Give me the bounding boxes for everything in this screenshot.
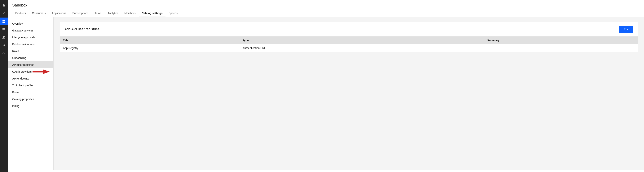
svg-rect-6: [2, 30, 5, 30]
nav-tab-spaces[interactable]: Spaces: [166, 10, 180, 17]
search-icon[interactable]: [0, 50, 8, 57]
top-header: Sandbox ProductsConsumersApplicationsSub…: [8, 0, 644, 17]
svg-rect-1: [4, 20, 5, 21]
left-nav-item-gateway-services[interactable]: Gateway services: [8, 27, 54, 34]
page-title: Sandbox: [12, 3, 640, 7]
nav-tab-catalog-settings[interactable]: Catalog settings: [139, 10, 166, 17]
dashboard-icon[interactable]: [0, 17, 8, 25]
home-icon[interactable]: [0, 1, 8, 9]
left-nav-item-overview[interactable]: Overview: [8, 20, 54, 27]
card-title: Add API user registries: [64, 27, 100, 31]
svg-line-10: [4, 54, 5, 55]
svg-point-9: [3, 52, 4, 54]
table-cell-type: Authentication URL: [240, 44, 484, 52]
card-header: Add API user registries Edit: [60, 22, 638, 37]
left-nav-item-api-endpoints[interactable]: API endpoints: [8, 75, 54, 82]
left-nav-item-lifecycle-approvals[interactable]: Lifecycle approvals: [8, 34, 54, 41]
nav-tab-subscriptions[interactable]: Subscriptions: [69, 10, 92, 17]
gear-icon[interactable]: [0, 42, 8, 49]
left-nav-item-publish-validations[interactable]: Publish validations: [8, 41, 54, 48]
table-col-title: Title: [60, 37, 240, 44]
edit-icon[interactable]: [0, 9, 8, 17]
table-cell-summary: [484, 44, 638, 52]
left-nav-item-oauth-providers[interactable]: OAuth providers: [8, 68, 54, 75]
svg-marker-11: [32, 69, 50, 74]
content-area: OverviewGateway servicesLifecycle approv…: [8, 17, 644, 170]
svg-rect-0: [2, 20, 4, 21]
edit-button[interactable]: Edit: [619, 26, 633, 33]
svg-rect-2: [2, 21, 4, 23]
nav-tabs: ProductsConsumersApplicationsSubscriptio…: [12, 10, 640, 17]
left-nav-item-onboarding[interactable]: Onboarding: [8, 55, 54, 61]
svg-rect-3: [4, 21, 5, 23]
main-wrapper: Sandbox ProductsConsumersApplicationsSub…: [8, 0, 644, 172]
table-col-type: Type: [240, 37, 484, 44]
sidebar: [0, 0, 8, 172]
table-cell-title: App Registry: [60, 44, 240, 52]
left-nav-item-api-user-registries[interactable]: API user registries: [8, 61, 54, 68]
nav-tab-consumers[interactable]: Consumers: [29, 10, 49, 17]
left-nav-item-portal[interactable]: Portal: [8, 89, 54, 96]
table-header-row: TitleTypeSummary: [60, 37, 638, 44]
svg-rect-4: [2, 28, 5, 29]
nav-tab-applications[interactable]: Applications: [49, 10, 70, 17]
svg-rect-5: [2, 29, 5, 30]
list-icon[interactable]: [0, 26, 8, 33]
table-row: App RegistryAuthentication URL: [60, 44, 638, 52]
registries-table: TitleTypeSummary App RegistryAuthenticat…: [60, 37, 638, 52]
left-nav-item-catalog-properties[interactable]: Catalog properties: [8, 96, 54, 103]
svg-point-7: [3, 36, 4, 37]
svg-point-8: [4, 36, 5, 37]
left-nav-item-roles[interactable]: Roles: [8, 48, 54, 55]
nav-tab-products[interactable]: Products: [12, 10, 29, 17]
left-nav-item-billing[interactable]: Billing: [8, 103, 54, 109]
left-nav: OverviewGateway servicesLifecycle approv…: [8, 17, 54, 170]
api-user-registries-card: Add API user registries Edit TitleTypeSu…: [60, 22, 638, 52]
left-nav-item-tls-client-profiles[interactable]: TLS client profiles: [8, 82, 54, 89]
users-icon[interactable]: [0, 34, 8, 41]
nav-tab-analytics[interactable]: Analytics: [104, 10, 121, 17]
nav-tab-tasks[interactable]: Tasks: [92, 10, 104, 17]
nav-tab-members[interactable]: Members: [121, 10, 138, 17]
table-col-summary: Summary: [484, 37, 638, 44]
main-content: Add API user registries Edit TitleTypeSu…: [54, 17, 644, 170]
